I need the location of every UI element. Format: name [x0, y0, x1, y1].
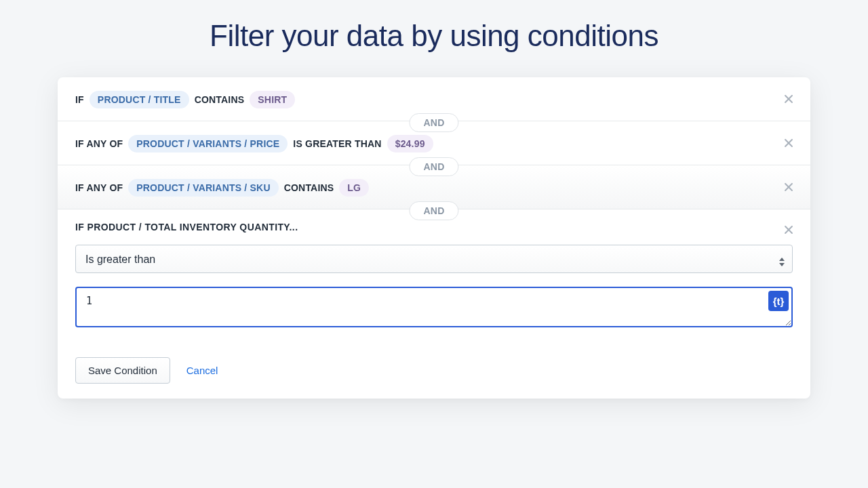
- condition-value-tag: LG: [339, 179, 369, 197]
- operator-select[interactable]: Is greater than: [75, 245, 793, 273]
- close-icon[interactable]: [782, 92, 795, 106]
- and-connector: AND: [409, 113, 458, 132]
- condition-operator: CONTAINS: [195, 94, 245, 105]
- editing-condition: IF PRODUCT / TOTAL INVENTORY QUANTITY...…: [58, 209, 810, 345]
- footer: Save Condition Cancel: [58, 345, 810, 399]
- operator-select-wrap: Is greater than: [75, 245, 793, 273]
- value-input[interactable]: [75, 287, 793, 327]
- close-icon[interactable]: [782, 223, 795, 237]
- condition-field-tag: PRODUCT / VARIANTS / PRICE: [128, 135, 288, 152]
- close-icon[interactable]: [782, 136, 795, 150]
- value-input-wrap: {t}: [75, 287, 793, 330]
- condition-value-tag: SHIRT: [250, 91, 295, 108]
- condition-field-tag: PRODUCT / TITLE: [90, 91, 189, 108]
- conditions-card: IF PRODUCT / TITLE CONTAINS SHIRT AND IF…: [58, 77, 810, 399]
- condition-value-tag: $24.99: [387, 135, 433, 152]
- close-icon[interactable]: [782, 180, 795, 194]
- token-insert-button[interactable]: {t}: [768, 291, 789, 311]
- condition-row: IF PRODUCT / TITLE CONTAINS SHIRT AND: [58, 77, 810, 121]
- condition-prefix: IF: [75, 94, 84, 105]
- condition-operator: CONTAINS: [284, 182, 334, 193]
- and-connector: AND: [409, 157, 458, 176]
- condition-prefix: IF ANY OF: [75, 182, 123, 193]
- editing-title: IF PRODUCT / TOTAL INVENTORY QUANTITY...: [75, 222, 793, 232]
- condition-field-tag: PRODUCT / VARIANTS / SKU: [128, 179, 278, 197]
- condition-operator: IS GREATER THAN: [293, 138, 381, 149]
- page-title: Filter your data by using conditions: [0, 0, 868, 77]
- and-connector: AND: [409, 201, 458, 220]
- cancel-button[interactable]: Cancel: [186, 365, 218, 376]
- condition-prefix: IF ANY OF: [75, 138, 123, 149]
- save-condition-button[interactable]: Save Condition: [75, 357, 170, 384]
